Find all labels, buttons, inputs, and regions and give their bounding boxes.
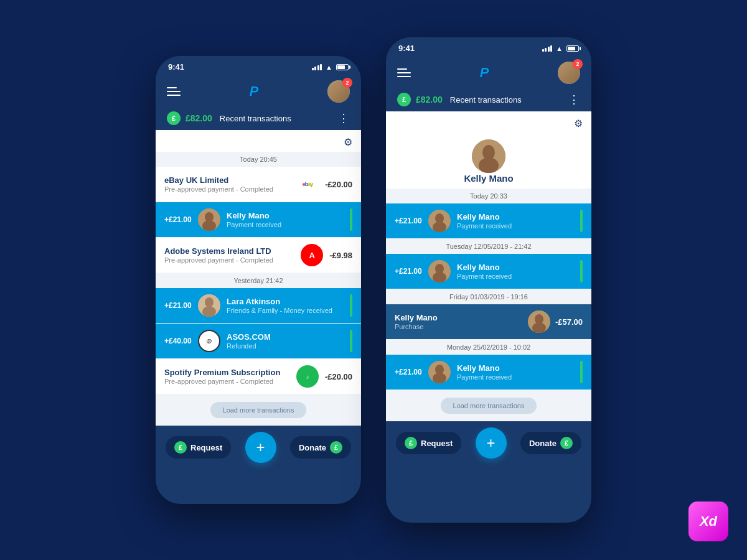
txn-lara-sub: Friends & Family - Money received (227, 307, 344, 314)
kelly-face-svg-1 (198, 208, 220, 231)
request-button-left[interactable]: £ Request (166, 436, 231, 459)
signal-bar-r3 (548, 47, 550, 52)
balance-label-left: Recent transactions (220, 114, 291, 123)
txn-asos[interactable]: +£40.00 @ ASOS.COM Refunded (156, 324, 361, 359)
txn-adobe-amount: -£9.98 (329, 251, 352, 260)
txn-ebay-info: eBay UK Limited Pre-approved payment - C… (164, 175, 290, 193)
txn-kelly-purchase-info: Kelly Mano Purchase (395, 313, 522, 330)
txn-kelly-r4-name: Kelly Mano (457, 363, 574, 373)
balance-left-right: £ £82.00 Recent transactions (397, 93, 522, 106)
txn-kelly-r1[interactable]: +£21.00 Kelly Mano Payment received (386, 203, 591, 239)
fab-button-right[interactable]: + (476, 427, 507, 459)
txn-ebay-amount: -£20.00 (325, 180, 352, 189)
txn-lara-amount: +£21.00 (164, 301, 192, 310)
balance-label-right: Recent transactions (450, 95, 522, 105)
paypal-logo-left: P (244, 82, 264, 101)
hamburger-menu-right[interactable] (397, 68, 411, 77)
donate-button-right[interactable]: Donate £ (520, 432, 581, 454)
canvas: 9:41 ▲ P (0, 0, 747, 560)
paypal-p-right: P (480, 65, 489, 81)
txn-kelly-1-info: Kelly Mano Payment received (227, 211, 344, 228)
load-more-area-left: Load more transactions (156, 394, 361, 426)
request-icon-right: £ (405, 437, 417, 449)
txn-kelly-r1-amount: +£21.00 (395, 217, 422, 225)
kelly-svg-r2 (428, 260, 451, 282)
donate-icon-left: £ (330, 441, 342, 454)
signal-bar-3 (317, 65, 319, 70)
txn-kelly-r1-name: Kelly Mano (457, 212, 574, 222)
kelly-avatar-r2 (428, 260, 451, 282)
txn-spotify-sub: Pre-approved payment - Completed (164, 378, 290, 385)
kelly-svg-purchase (528, 310, 550, 333)
xd-badge: Xd (688, 502, 728, 541)
bottom-nav-right: £ Request + Donate £ (386, 421, 591, 465)
date-sep-yesterday-left: Yesterday 21:42 (156, 273, 361, 288)
date-sep-today-right: Today 20:33 (386, 189, 591, 203)
donate-button-left[interactable]: Donate £ (290, 436, 351, 459)
load-more-button-right[interactable]: Load more transactions (441, 398, 537, 414)
filter-row-right: ⚙ (386, 111, 591, 133)
lara-avatar (198, 294, 220, 317)
kelly-detail-svg (472, 139, 505, 173)
date-sep-today-left: Today 20:45 (156, 152, 361, 167)
load-more-button-left[interactable]: Load more transactions (210, 402, 307, 418)
txn-ebay-sub: Pre-approved payment - Completed (164, 185, 290, 193)
detail-header: Kelly Mano (386, 133, 591, 189)
paypal-logo-right: P (474, 63, 494, 83)
load-more-area-right: Load more transactions (386, 390, 591, 421)
txn-kelly-purchase-right: -£57.00 (528, 310, 583, 333)
kelly-avatar-detail (472, 139, 505, 173)
txn-kelly-r4-amount: +£21.00 (395, 368, 422, 376)
avatar-wrapper-left[interactable]: 2 (327, 80, 350, 103)
fab-button-left[interactable]: + (245, 432, 276, 463)
ebay-logo-icon: ebay (296, 173, 319, 195)
phone-right: 9:41 ▲ P (386, 37, 591, 523)
txn-kelly-1[interactable]: +£21.00 Kelly Mano Payment received (156, 202, 361, 238)
asos-logo-icon: @ (198, 330, 220, 352)
txn-container-left: ⚙ Today 20:45 eBay UK Limited Pre-approv… (156, 130, 361, 394)
txn-kelly-1-name: Kelly Mano (227, 211, 344, 220)
txn-asos-amount: +£40.00 (164, 337, 192, 345)
hamburger-line-2 (167, 91, 181, 92)
txn-kelly-r2-amount: +£21.00 (395, 267, 422, 276)
green-bar-r1 (580, 210, 583, 232)
txn-adobe[interactable]: Adobe Systems Ireland LTD Pre-approved p… (156, 238, 361, 273)
bottom-nav-left: £ Request + Donate £ (156, 426, 361, 469)
donate-label-left: Donate (299, 443, 326, 452)
hamburger-menu-left[interactable] (167, 87, 181, 96)
txn-lara-info: Lara Atkinson Friends & Family - Money r… (227, 297, 344, 314)
more-options-right[interactable]: ⋮ (568, 93, 580, 106)
request-button-right[interactable]: £ Request (396, 432, 461, 454)
txn-ebay[interactable]: eBay UK Limited Pre-approved payment - C… (156, 167, 361, 202)
balance-amount-right: £82.00 (416, 95, 443, 105)
hamburger-line-3 (167, 95, 181, 96)
detail-name: Kelly Mano (464, 173, 513, 184)
more-options-left[interactable]: ⋮ (338, 111, 350, 125)
txn-adobe-info: Adobe Systems Ireland LTD Pre-approved p… (164, 246, 294, 264)
txn-kelly-r2-name: Kelly Mano (457, 263, 574, 272)
txn-ebay-name: eBay UK Limited (164, 175, 290, 185)
filter-icon-right[interactable]: ⚙ (574, 118, 583, 129)
phone-left: 9:41 ▲ P (156, 56, 361, 504)
txn-kelly-r2[interactable]: +£21.00 Kelly Mano Payment received (386, 254, 591, 289)
fab-plus-left: + (256, 440, 265, 455)
txn-spotify[interactable]: Spotify Premium Subscription Pre-approve… (156, 359, 361, 394)
txn-kelly-purchase[interactable]: Kelly Mano Purchase -£57.00 (386, 304, 591, 340)
notification-badge-right: 2 (573, 59, 583, 69)
txn-kelly-r2-sub: Payment received (457, 273, 574, 280)
request-icon-left: £ (174, 441, 187, 454)
txn-kelly-r1-sub: Payment received (457, 222, 574, 230)
avatar-wrapper-right[interactable]: 2 (558, 62, 580, 84)
app-header-left: P 2 (156, 75, 361, 108)
notification-badge-left: 2 (342, 78, 352, 88)
green-bar-1 (350, 208, 352, 231)
battery-icon-right (566, 45, 579, 52)
txn-lara[interactable]: +£21.00 Lara Atkinson Friends & Family -… (156, 288, 361, 324)
battery-icon-left (336, 64, 349, 70)
transactions-area-left: ⚙ Today 20:45 eBay UK Limited Pre-approv… (156, 130, 361, 426)
signal-bars-right (542, 45, 553, 52)
filter-icon-left[interactable]: ⚙ (344, 136, 352, 148)
txn-kelly-r4[interactable]: +£21.00 Kelly Mano Payment received (386, 355, 591, 390)
txn-kelly-purchase-name: Kelly Mano (395, 313, 522, 322)
txn-asos-sub: Refunded (227, 342, 344, 350)
